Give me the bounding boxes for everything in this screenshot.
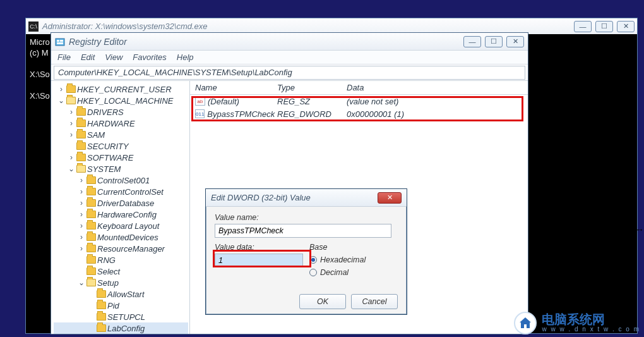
chevron-down-icon[interactable]: ⌄	[68, 164, 75, 173]
value-data-input[interactable]	[215, 254, 303, 267]
chevron-right-icon[interactable]: ›	[78, 221, 85, 230]
tree-item-label: CurrentControlSet	[97, 187, 164, 197]
value-name: (Default)	[208, 97, 239, 106]
tree-item-label: DriverDatabase	[97, 199, 154, 208]
tree-item[interactable]: ›MountedDevices	[54, 231, 188, 243]
watermark-title: 电脑系统网	[542, 313, 640, 326]
tree-item-label: SOFTWARE	[87, 153, 133, 162]
folder-icon	[76, 142, 86, 150]
regedit-address-input[interactable]	[54, 66, 525, 80]
tree-item[interactable]: ›SAM	[54, 129, 188, 140]
tree-item[interactable]: ›Keyboard Layout	[54, 220, 188, 231]
tree-item[interactable]: ›HardwareConfig	[54, 209, 188, 220]
dialog-close-button[interactable]: ✕	[378, 192, 402, 204]
col-type[interactable]: Type	[272, 83, 342, 92]
tree-item[interactable]: AllowStart	[54, 288, 188, 300]
tree-item-label: ControlSet001	[97, 176, 150, 185]
string-value-icon: ab	[195, 97, 205, 106]
folder-icon	[86, 222, 96, 230]
tree-item[interactable]: ›SOFTWARE	[54, 152, 188, 163]
dialog-titlebar[interactable]: Edit DWORD (32-bit) Value ✕	[206, 189, 407, 207]
tree-item-label: SETUPCL	[107, 312, 145, 322]
tree-item-label: SAM	[87, 130, 105, 140]
chevron-right-icon[interactable]: ›	[68, 107, 75, 116]
svg-rect-3	[57, 42, 63, 44]
menu-view[interactable]: View	[105, 52, 122, 62]
folder-icon	[86, 245, 96, 252]
value-row[interactable]: 011BypassTPMCheckREG_DWORD0x00000001 (1)	[190, 107, 528, 120]
regedit-close-button[interactable]: ✕	[506, 36, 524, 47]
chevron-right-icon[interactable]: ›	[68, 130, 75, 139]
chevron-right-icon[interactable]: ›	[57, 85, 65, 94]
ok-button[interactable]: OK	[299, 294, 346, 309]
tree-item[interactable]: RNG	[54, 254, 188, 266]
regedit-titlebar[interactable]: Registry Editor — ☐ ✕	[51, 33, 528, 51]
tree-item[interactable]: ⌄Setup	[54, 277, 188, 288]
tree-item-label: MountedDevices	[97, 233, 158, 242]
folder-icon	[76, 131, 86, 138]
menu-help[interactable]: Help	[177, 52, 194, 62]
menu-edit[interactable]: Edit	[81, 52, 95, 62]
tree-item[interactable]: Select	[54, 266, 188, 277]
tree-item[interactable]: ›DriverDatabase	[54, 197, 188, 209]
cmd-title: Administrator: X:\windows\system32\cmd.e…	[42, 21, 570, 31]
tree-item[interactable]: Pid	[54, 300, 188, 311]
chevron-right-icon[interactable]: ›	[78, 244, 85, 253]
tree-item[interactable]: ›ControlSet001	[54, 175, 188, 186]
cursor-arrow-icon: ↔	[635, 224, 644, 235]
cmd-min-button[interactable]: —	[574, 21, 592, 32]
chevron-down-icon[interactable]: ⌄	[78, 278, 85, 287]
folder-icon	[86, 233, 96, 241]
tree-item[interactable]: ›HKEY_CURRENT_USER	[54, 83, 188, 95]
tree-item[interactable]: ›ResourceManager	[54, 243, 188, 254]
tree-item[interactable]: ›DRIVERS	[54, 106, 188, 118]
watermark-url: w w w . d n x t w . c o m	[542, 326, 640, 333]
folder-icon	[86, 199, 96, 207]
chevron-right-icon[interactable]: ›	[68, 119, 75, 128]
value-row[interactable]: ab(Default)REG_SZ(value not set)	[190, 95, 528, 107]
radio-icon	[309, 256, 317, 264]
radio-decimal[interactable]: Decimal	[309, 268, 366, 277]
svg-rect-0	[56, 39, 64, 46]
folder-icon	[66, 85, 76, 93]
cmd-close-button[interactable]: ✕	[617, 21, 635, 32]
cmd-icon: C:\	[28, 21, 39, 32]
value-type: REG_SZ	[272, 97, 342, 106]
tree-item-label: SYSTEM	[87, 164, 121, 174]
value-name: BypassTPMCheck	[207, 109, 275, 119]
radio-hexadecimal[interactable]: Hexadecimal	[309, 255, 366, 264]
chevron-right-icon[interactable]: ›	[78, 187, 85, 196]
regedit-tree[interactable]: ›HKEY_CURRENT_USER⌄HKEY_LOCAL_MACHINE›DR…	[51, 81, 190, 334]
tree-item[interactable]: LabConfig	[54, 322, 188, 334]
chevron-right-icon[interactable]: ›	[78, 176, 85, 185]
chevron-right-icon[interactable]: ›	[78, 233, 85, 242]
radio-icon	[309, 269, 317, 276]
value-data: 0x00000001 (1)	[342, 109, 528, 119]
tree-item[interactable]: SETUPCL	[54, 311, 188, 322]
regedit-max-button[interactable]: ☐	[485, 36, 503, 47]
tree-item[interactable]: ⌄SYSTEM	[54, 163, 188, 175]
tree-item-label: LabConfig	[107, 324, 145, 333]
chevron-right-icon[interactable]: ›	[78, 210, 85, 219]
tree-item-label: Keyboard Layout	[97, 221, 159, 231]
value-name-label: Value name:	[215, 213, 398, 222]
col-data[interactable]: Data	[342, 83, 528, 92]
menu-file[interactable]: File	[57, 52, 71, 62]
regedit-icon	[55, 37, 65, 47]
tree-item[interactable]: ›CurrentControlSet	[54, 186, 188, 197]
tree-item[interactable]: ›HARDWARE	[54, 118, 188, 129]
col-name[interactable]: Name	[190, 83, 272, 92]
tree-item-label: ResourceManager	[97, 244, 165, 254]
tree-item[interactable]: SECURITY	[54, 140, 188, 152]
chevron-right-icon[interactable]: ›	[68, 153, 75, 162]
chevron-down-icon[interactable]: ⌄	[57, 96, 65, 105]
cmd-max-button[interactable]: ☐	[595, 21, 613, 32]
value-name-input[interactable]	[215, 224, 391, 238]
regedit-min-button[interactable]: —	[463, 36, 481, 47]
tree-item[interactable]: ⌄HKEY_LOCAL_MACHINE	[54, 95, 188, 106]
tree-item-label: DRIVERS	[87, 107, 124, 117]
tree-item-label: RNG	[97, 255, 116, 265]
menu-favorites[interactable]: Favorites	[133, 52, 166, 62]
cancel-button[interactable]: Cancel	[351, 294, 398, 309]
chevron-right-icon[interactable]: ›	[78, 199, 85, 207]
